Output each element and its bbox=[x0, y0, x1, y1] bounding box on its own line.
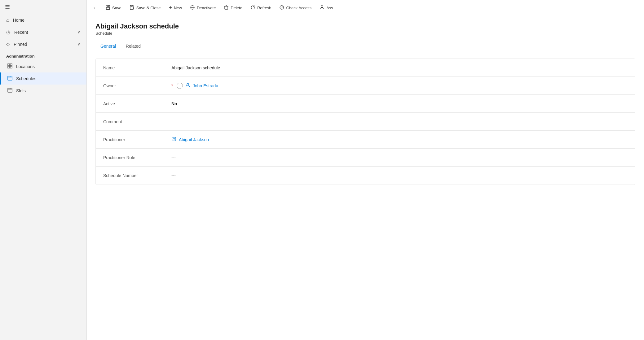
assign-label: Ass bbox=[326, 6, 333, 10]
save-label: Save bbox=[112, 6, 121, 10]
comment-value: --- bbox=[171, 119, 176, 124]
new-label: New bbox=[174, 6, 182, 10]
check-access-icon bbox=[279, 5, 284, 11]
svg-rect-1 bbox=[10, 64, 12, 66]
field-row-comment: Comment --- bbox=[96, 113, 635, 131]
refresh-icon bbox=[250, 5, 255, 11]
save-close-button[interactable]: Save & Close bbox=[126, 3, 165, 13]
active-label: Active bbox=[103, 101, 171, 106]
sidebar-home-label: Home bbox=[13, 18, 24, 23]
save-close-icon bbox=[130, 5, 135, 11]
svg-point-28 bbox=[173, 138, 174, 139]
sidebar-item-locations[interactable]: Locations bbox=[0, 60, 86, 72]
delete-button[interactable]: Delete bbox=[220, 3, 246, 13]
practitioner-value[interactable]: Abigail Jackson bbox=[171, 137, 209, 142]
save-icon bbox=[105, 5, 110, 11]
delete-icon bbox=[224, 5, 229, 11]
sidebar-schedules-label: Schedules bbox=[16, 76, 36, 81]
practitioner-name: Abigail Jackson bbox=[179, 137, 209, 142]
schedule-number-label: Schedule Number bbox=[103, 173, 171, 178]
pin-icon: ◇ bbox=[6, 41, 10, 47]
deactivate-icon bbox=[190, 5, 195, 11]
owner-circle-icon bbox=[177, 83, 183, 89]
tab-general[interactable]: General bbox=[95, 41, 121, 52]
comment-label: Comment bbox=[103, 119, 171, 124]
svg-point-26 bbox=[187, 83, 189, 85]
main-content: ← Save Save & Close + New Deactivate bbox=[87, 0, 644, 340]
page-content: Abigail Jackson schedule Schedule Genera… bbox=[87, 16, 644, 340]
slots-icon bbox=[7, 88, 12, 94]
sidebar-locations-label: Locations bbox=[16, 64, 35, 69]
deactivate-label: Deactivate bbox=[197, 6, 216, 10]
sidebar-pinned-label: Pinned bbox=[14, 42, 27, 47]
sidebar-slots-label: Slots bbox=[16, 88, 26, 93]
svg-point-25 bbox=[321, 6, 323, 7]
sidebar-item-recent[interactable]: ◷ Recent ∨ bbox=[0, 26, 86, 38]
active-value: No bbox=[171, 101, 177, 106]
schedules-icon bbox=[7, 76, 12, 81]
delete-label: Delete bbox=[231, 6, 242, 10]
practitioner-icon bbox=[171, 137, 176, 142]
locations-icon bbox=[7, 63, 12, 69]
svg-rect-4 bbox=[8, 76, 12, 80]
sidebar-item-schedules[interactable]: Schedules bbox=[0, 72, 86, 85]
deactivate-button[interactable]: Deactivate bbox=[186, 3, 219, 13]
hamburger-icon[interactable]: ☰ bbox=[5, 4, 10, 11]
svg-rect-14 bbox=[106, 7, 109, 9]
svg-point-22 bbox=[280, 6, 284, 9]
owner-name: John Estrada bbox=[193, 83, 218, 88]
field-row-schedule-number: Schedule Number --- bbox=[96, 167, 635, 185]
tabs-container: General Related bbox=[95, 41, 635, 52]
sidebar-header: ☰ bbox=[0, 0, 86, 14]
check-access-button[interactable]: Check Access bbox=[276, 3, 315, 13]
page-subtitle: Schedule bbox=[95, 31, 635, 36]
administration-section-title: Administration bbox=[0, 50, 86, 60]
sidebar-recent-label: Recent bbox=[14, 30, 28, 35]
owner-label: Owner bbox=[103, 83, 171, 88]
field-row-owner: Owner * John Estrada bbox=[96, 77, 635, 95]
svg-rect-19 bbox=[225, 6, 228, 9]
schedule-number-value: --- bbox=[171, 173, 176, 178]
svg-rect-13 bbox=[107, 5, 109, 7]
save-record-button[interactable]: Save bbox=[102, 3, 125, 13]
save-close-label: Save & Close bbox=[136, 6, 161, 10]
home-icon: ⌂ bbox=[6, 17, 9, 23]
sidebar-item-slots[interactable]: Slots bbox=[0, 85, 86, 97]
svg-rect-8 bbox=[8, 88, 12, 92]
owner-value[interactable]: * John Estrada bbox=[171, 83, 218, 89]
required-star: * bbox=[171, 84, 173, 88]
tab-related[interactable]: Related bbox=[121, 41, 146, 52]
field-row-practitioner-role: Practitioner Role --- bbox=[96, 149, 635, 167]
person-icon bbox=[185, 83, 190, 89]
practitioner-label: Practitioner bbox=[103, 137, 171, 142]
field-row-name: Name Abigail Jackson schedule bbox=[96, 59, 635, 77]
svg-rect-0 bbox=[8, 64, 10, 66]
chevron-down-icon: ∨ bbox=[77, 30, 80, 34]
toolbar: ← Save Save & Close + New Deactivate bbox=[87, 0, 644, 16]
practitioner-role-label: Practitioner Role bbox=[103, 155, 171, 160]
check-access-label: Check Access bbox=[286, 6, 311, 10]
new-button[interactable]: + New bbox=[165, 3, 186, 13]
page-title: Abigail Jackson schedule bbox=[95, 22, 635, 30]
plus-icon: + bbox=[169, 5, 172, 11]
assign-button[interactable]: Ass bbox=[316, 3, 337, 13]
sidebar-item-pinned[interactable]: ◇ Pinned ∨ bbox=[0, 38, 86, 50]
form-container: Name Abigail Jackson schedule Owner * Jo… bbox=[95, 59, 635, 185]
name-label: Name bbox=[103, 65, 171, 70]
svg-line-24 bbox=[282, 7, 283, 8]
refresh-label: Refresh bbox=[257, 6, 271, 10]
assign-icon bbox=[320, 5, 324, 11]
back-button[interactable]: ← bbox=[89, 3, 101, 13]
recent-icon: ◷ bbox=[6, 29, 11, 35]
svg-rect-3 bbox=[10, 66, 12, 68]
name-value: Abigail Jackson schedule bbox=[171, 65, 220, 70]
refresh-button[interactable]: Refresh bbox=[247, 3, 275, 13]
field-row-active: Active No bbox=[96, 95, 635, 113]
chevron-down-icon: ∨ bbox=[77, 42, 80, 46]
svg-rect-2 bbox=[8, 66, 10, 68]
sidebar: ☰ ⌂ Home ◷ Recent ∨ ◇ Pinned ∨ Administr… bbox=[0, 0, 87, 340]
svg-rect-16 bbox=[131, 5, 132, 7]
sidebar-item-home[interactable]: ⌂ Home bbox=[0, 14, 86, 26]
field-row-practitioner: Practitioner Abigail Jackson bbox=[96, 131, 635, 149]
practitioner-role-value: --- bbox=[171, 155, 176, 160]
